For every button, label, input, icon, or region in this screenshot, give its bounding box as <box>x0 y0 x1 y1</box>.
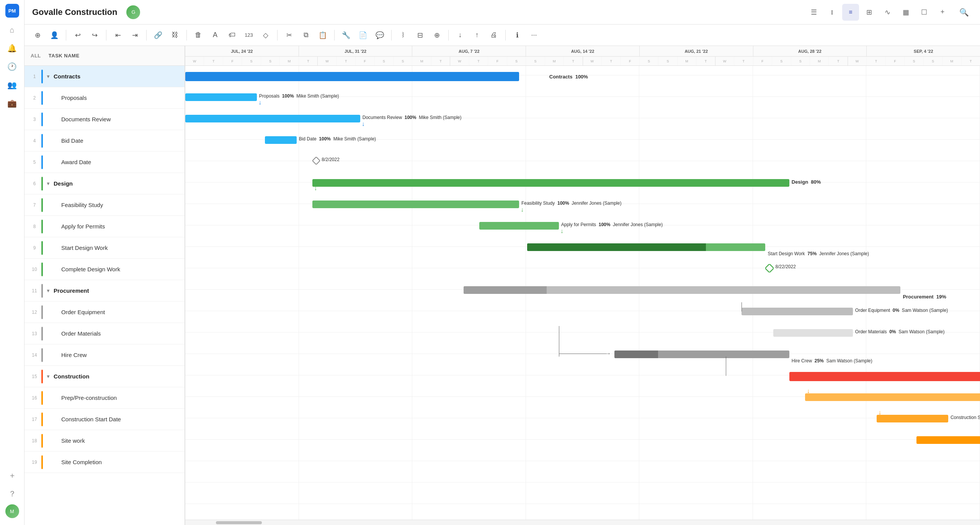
day-cell: M <box>412 57 431 66</box>
gantt-bar-permits[interactable]: Apply for Permits 100% Jennifer Jones (S… <box>479 222 559 230</box>
row-expand-icon[interactable]: ▼ <box>46 288 54 293</box>
task-row[interactable]: 16 Prep/Pre-construction <box>24 387 185 409</box>
gantt-bar-order-materials[interactable]: Order Materials 0% Sam Watson (Sample) <box>773 329 853 337</box>
gantt-bar-procurement[interactable]: Procurement 19% <box>464 286 901 294</box>
gantt-bar-site-work[interactable] <box>916 436 980 444</box>
gantt-bar-construction-start[interactable]: Construction Start Date 0% <box>877 415 948 422</box>
view-tab-chart[interactable]: ∿ <box>879 4 896 21</box>
sidebar-help[interactable]: ？ <box>5 486 20 501</box>
gantt-bar-documents[interactable]: Documents Review 100% Mike Smith (Sample… <box>185 115 360 122</box>
sidebar-home[interactable]: ⌂ <box>5 22 20 38</box>
dependency-arrow: ↓ <box>878 409 881 416</box>
row-color-indicator <box>41 91 43 105</box>
view-tab-doc[interactable]: ☐ <box>916 4 933 21</box>
search-button[interactable]: 🔍 <box>956 4 972 21</box>
gantt-bar-contracts[interactable]: Contracts 100% <box>185 72 519 81</box>
sidebar-portfolio[interactable]: 💼 <box>5 96 20 111</box>
task-row[interactable]: 8 Apply for Permits <box>24 216 185 237</box>
task-row[interactable]: 7 Feasibility Study <box>24 194 185 216</box>
font-button[interactable]: A <box>208 28 222 42</box>
project-avatar[interactable]: G <box>126 5 140 19</box>
task-row[interactable]: 18 Site work <box>24 430 185 452</box>
comment-button[interactable]: 💬 <box>373 28 387 42</box>
gantt-bar-bid-date[interactable]: Bid Date 100% Mike Smith (Sample) <box>265 136 297 144</box>
gantt-bar-construction[interactable] <box>789 372 980 381</box>
day-cell: S <box>242 57 261 66</box>
gantt-bar-hire-crew[interactable]: Hire Crew 25% Sam Watson (Sample) <box>614 351 789 358</box>
add-person-button[interactable]: 👤 <box>47 28 61 42</box>
row-number: 18 <box>28 438 41 443</box>
view-tab-table[interactable]: ⊞ <box>861 4 877 21</box>
view-tab-list[interactable]: ☰ <box>805 4 822 21</box>
gantt-scrollbar-thumb[interactable] <box>216 521 262 524</box>
paste-button[interactable]: 📋 <box>316 28 330 42</box>
print-button[interactable]: 🖨 <box>487 28 501 42</box>
redo-button[interactable]: ↪ <box>88 28 101 42</box>
gantt-bar-proposals[interactable]: Proposals 100% Mike Smith (Sample) <box>185 93 257 101</box>
toolbar: ⊕ 👤 ↩ ↪ ⇤ ⇥ 🔗 ⛓ 🗑 A 🏷 123 ◇ ✂ ⧉ 📋 🔧 📄 💬 … <box>24 24 980 46</box>
task-row[interactable]: 5 Award Date <box>24 152 185 173</box>
view-tab-plus[interactable]: + <box>934 4 951 21</box>
gantt-bar-start-design[interactable]: Start Design Work 75% Jennifer Jones (Sa… <box>527 243 766 251</box>
indent-button[interactable]: ⇥ <box>128 28 142 42</box>
more-button[interactable]: ··· <box>527 28 541 42</box>
undo-button[interactable]: ↩ <box>71 28 85 42</box>
task-row[interactable]: 19 Site Completion <box>24 452 185 473</box>
sidebar-recent[interactable]: 🕐 <box>5 59 20 74</box>
task-row[interactable]: 9 Start Design Work <box>24 237 185 259</box>
view-tab-bars[interactable]: ⫿ <box>824 4 841 21</box>
date-header-label: AUG, 7 '22 <box>412 46 526 56</box>
gantt-scrollbar[interactable] <box>185 520 980 525</box>
info-button[interactable]: ℹ <box>510 28 524 42</box>
gantt-milestone-award[interactable]: 8/2/2022 <box>312 157 320 165</box>
task-row[interactable]: 15 ▼ Construction <box>24 366 185 387</box>
date-header-label: SEP, 4 '22 <box>867 46 980 56</box>
gantt-milestone-design[interactable]: 8/22/2022 <box>765 264 774 272</box>
wrench-button[interactable]: 🔧 <box>339 28 353 42</box>
zoom-button[interactable]: ⊕ <box>430 28 444 42</box>
gantt-bar-design[interactable]: Design 80% <box>312 179 789 187</box>
task-row[interactable]: 14 Hire Crew <box>24 344 185 366</box>
import-button[interactable]: ↑ <box>470 28 484 42</box>
diamond-button[interactable]: ◇ <box>259 28 273 42</box>
task-row[interactable]: 6 ▼ Design <box>24 173 185 194</box>
user-avatar[interactable]: M <box>5 504 19 518</box>
sidebar-notifications[interactable]: 🔔 <box>5 41 20 56</box>
day-cell: W <box>583 57 602 66</box>
tag-button[interactable]: 🏷 <box>225 28 239 42</box>
task-row[interactable]: 12 Order Equipment <box>24 302 185 323</box>
grid-button[interactable]: ⊟ <box>413 28 427 42</box>
copy-button[interactable]: ⧉ <box>299 28 313 42</box>
view-tab-gantt[interactable]: ≡ <box>842 4 859 21</box>
row-expand-icon[interactable]: ▼ <box>46 74 54 79</box>
link-button[interactable]: 🔗 <box>151 28 165 42</box>
gantt-bar-feasibility[interactable]: Feasibility Study 100% Jennifer Jones (S… <box>312 201 519 208</box>
task-name-label: Apply for Permits <box>54 223 105 230</box>
delete-button[interactable]: 🗑 <box>191 28 205 42</box>
sidebar-add[interactable]: ＋ <box>5 468 20 483</box>
view-tab-calendar[interactable]: ▦ <box>897 4 914 21</box>
row-expand-icon[interactable]: ▼ <box>46 374 54 379</box>
task-row[interactable]: 2 Proposals <box>24 87 185 109</box>
gantt-bar-order-equipment[interactable]: Order Equipment 0% Sam Watson (Sample) <box>742 308 853 315</box>
add-task-button[interactable]: ⊕ <box>31 28 44 42</box>
outdent-button[interactable]: ⇤ <box>111 28 125 42</box>
gantt-bar-prep[interactable]: Prep/Pre-construction 0% <box>805 393 980 401</box>
task-row[interactable]: 3 Documents Review <box>24 109 185 130</box>
task-row[interactable]: 10 Complete Design Work <box>24 259 185 280</box>
unlink-button[interactable]: ⛓ <box>168 28 182 42</box>
row-expand-icon[interactable]: ▼ <box>46 181 54 186</box>
split-button[interactable]: ⧘ <box>396 28 410 42</box>
task-name-label: Prep/Pre-construction <box>54 395 117 401</box>
notes-button[interactable]: 📄 <box>356 28 370 42</box>
export-button[interactable]: ↓ <box>453 28 467 42</box>
task-row[interactable]: 17 Construction Start Date <box>24 409 185 430</box>
task-row[interactable]: 1 ▼ Contracts <box>24 66 185 87</box>
task-row[interactable]: 13 Order Materials <box>24 323 185 344</box>
task-row[interactable]: 4 Bid Date <box>24 130 185 152</box>
number-button[interactable]: 123 <box>242 28 256 42</box>
task-row[interactable]: 11 ▼ Procurement <box>24 280 185 302</box>
task-name-label: Construction Start Date <box>54 416 121 422</box>
cut-button[interactable]: ✂ <box>282 28 296 42</box>
sidebar-team[interactable]: 👥 <box>5 77 20 93</box>
